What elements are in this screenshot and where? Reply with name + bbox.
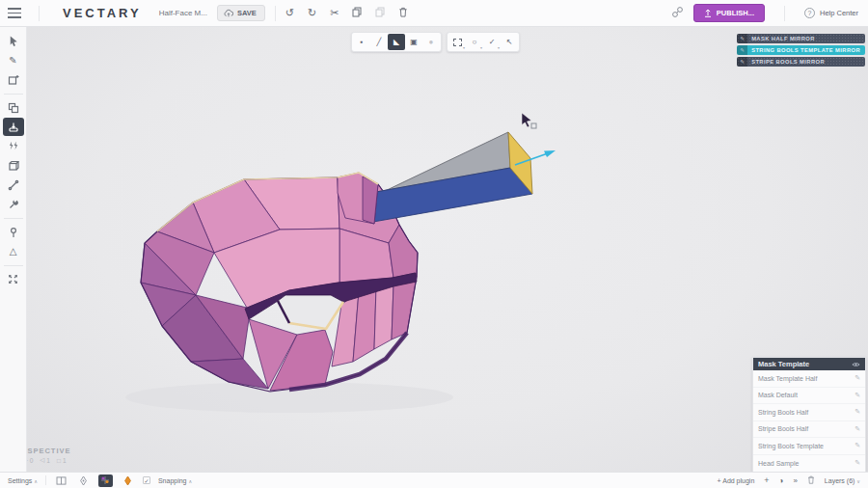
- add-layer-icon[interactable]: +: [764, 475, 769, 485]
- divider: [275, 6, 276, 21]
- mouse-cursor: [522, 113, 536, 128]
- material-pin-tool[interactable]: [3, 223, 24, 241]
- layer-row[interactable]: Mask Template Half✎: [753, 370, 865, 388]
- badge-mask-half-mirror[interactable]: ✎ MASK HALF MIRROR: [737, 34, 865, 43]
- lasso-select-tool[interactable]: ○▾: [466, 34, 483, 50]
- boolean-tool[interactable]: [3, 98, 24, 117]
- marquee-icon: [453, 39, 462, 46]
- badge-stripe-bools-mirror[interactable]: ✎ STRIPE BOOLS MIRROR: [737, 57, 865, 67]
- delete-icon[interactable]: [398, 7, 408, 19]
- nib-outline-icon[interactable]: [76, 474, 91, 487]
- stat-objects: □1: [57, 456, 67, 464]
- bottom-right-group: + Add plugin + ◑ » Layers (6) ∨: [718, 475, 860, 485]
- divider: [784, 6, 785, 21]
- mode-face[interactable]: ◣: [388, 34, 405, 50]
- publish-button[interactable]: PUBLISH...: [693, 4, 765, 22]
- document-title[interactable]: Half-Face M...: [159, 9, 207, 17]
- edit-pencil-icon[interactable]: ✎: [854, 408, 860, 416]
- settings-dropdown[interactable]: Settings ∧: [8, 477, 38, 484]
- pen-tool[interactable]: ✎: [3, 51, 24, 69]
- share-link-icon[interactable]: [671, 5, 684, 22]
- layer-row[interactable]: Stripe Bools Half✎: [753, 421, 865, 439]
- adjust-wrench-tool[interactable]: [3, 195, 24, 213]
- edit-pencil-icon[interactable]: ✎: [737, 34, 747, 43]
- menu-icon[interactable]: [0, 0, 29, 27]
- primitive-box-tool[interactable]: [3, 156, 24, 175]
- edit-actions: ↺ ↻ ✂: [285, 7, 409, 19]
- modifier-badges: ✎ MASK HALF MIRROR ✎ STRING BOOLS TEMPLA…: [737, 34, 865, 67]
- undo-icon[interactable]: ↺: [285, 8, 294, 18]
- bottom-left-group: Settings ∧ ✓ Snapping ∧: [8, 474, 192, 487]
- extruded-prism[interactable]: [361, 132, 532, 222]
- sculpt-tool[interactable]: [3, 118, 24, 136]
- top-header: VECTARY Half-Face M... SAVE ↺ ↻ ✂ PUBLIS…: [0, 0, 868, 27]
- snap-mode-icon[interactable]: [98, 474, 113, 487]
- divider: [45, 475, 46, 485]
- trash-icon[interactable]: [807, 475, 815, 485]
- bottom-bar: Settings ∧ ✓ Snapping ∧ + Add plugin + ◑…: [0, 472, 868, 488]
- edit-pencil-icon[interactable]: ✎: [854, 442, 860, 449]
- export-icon[interactable]: »: [793, 476, 797, 485]
- mode-edge[interactable]: ╱: [370, 34, 388, 50]
- 3d-viewport[interactable]: [27, 27, 868, 472]
- split-view-icon[interactable]: [54, 474, 68, 487]
- layers-dropdown[interactable]: Layers (6) ∨: [825, 477, 860, 484]
- face-stat-icon: ◁: [40, 456, 44, 464]
- measure-tool[interactable]: [3, 176, 24, 194]
- mode-vertex[interactable]: ▪: [353, 34, 370, 50]
- divider: [4, 94, 23, 95]
- badge-string-bools-template-mirror[interactable]: ✎ STRING BOOLS TEMPLATE MIRROR: [737, 45, 865, 55]
- paste-icon[interactable]: [375, 7, 385, 19]
- fit-view-tool[interactable]: [3, 270, 24, 288]
- cloud-upload-icon: [224, 9, 233, 17]
- paint-select-tool[interactable]: ✓▾: [483, 34, 501, 50]
- layer-row[interactable]: String Bools Template✎: [753, 438, 865, 455]
- edit-pencil-icon[interactable]: ✎: [737, 57, 747, 67]
- edit-pencil-icon[interactable]: ✎: [854, 425, 860, 433]
- save-button[interactable]: SAVE: [217, 5, 265, 21]
- divider: [39, 6, 40, 21]
- object-stat-icon: □: [57, 457, 61, 464]
- divider: [4, 218, 23, 219]
- edit-pencil-icon[interactable]: ✎: [854, 374, 860, 382]
- layer-row[interactable]: Head Sample✎: [753, 455, 865, 473]
- header-right: PUBLISH... ? Help Center: [671, 4, 868, 22]
- divider: [4, 265, 23, 266]
- layer-row[interactable]: String Bools Half✎: [753, 404, 865, 421]
- mode-object[interactable]: ▣: [405, 34, 422, 50]
- snapping-dropdown[interactable]: Snapping ∧: [158, 477, 192, 484]
- eye-icon[interactable]: [852, 362, 860, 367]
- vectary-app: { "header": { "brand": "VECTARY", "docum…: [0, 0, 868, 488]
- marquee-select-tool[interactable]: ▾: [448, 34, 466, 50]
- stat-faces: ◁1: [40, 456, 50, 464]
- add-object-tool[interactable]: [3, 70, 24, 89]
- selection-toolbar: ▪ ╱ ◣ ▣ ● ▾ ○▾ ✓▾ ↖: [351, 32, 520, 52]
- help-icon: ?: [804, 8, 815, 18]
- selection-tool-group: ▾ ○▾ ✓▾ ↖: [447, 32, 520, 52]
- layers-panel-header[interactable]: Mask Template: [753, 358, 865, 370]
- redo-icon[interactable]: ↻: [308, 8, 316, 18]
- edit-pencil-icon[interactable]: ✎: [854, 459, 860, 467]
- select-tool[interactable]: [3, 32, 24, 50]
- cone-tool[interactable]: △: [3, 242, 24, 260]
- layer-row[interactable]: Mask Default✎: [753, 388, 865, 405]
- snap-move-tool[interactable]: ↖: [501, 34, 518, 50]
- add-plugin-button[interactable]: + Add plugin: [718, 477, 755, 484]
- nib-filled-icon[interactable]: [121, 474, 135, 487]
- layers-panel: Mask Template Mask Template Half✎ Mask D…: [752, 357, 866, 488]
- edit-pencil-icon[interactable]: ✎: [854, 392, 860, 399]
- copy-icon[interactable]: [352, 7, 362, 19]
- mode-center[interactable]: ●: [422, 34, 440, 50]
- eye-hole: [278, 295, 343, 329]
- help-center-button[interactable]: ? Help Center: [804, 8, 858, 18]
- subdivide-tool[interactable]: [3, 137, 24, 155]
- upload-icon: [704, 9, 712, 17]
- scene-canvas: [27, 27, 868, 472]
- selection-mode-group: ▪ ╱ ◣ ▣ ●: [351, 32, 442, 52]
- left-toolbar: ✎ △: [0, 27, 27, 472]
- cut-icon[interactable]: ✂: [330, 8, 339, 18]
- sphere-icon[interactable]: ◑: [779, 476, 784, 485]
- snapping-checkbox[interactable]: ✓: [143, 476, 150, 484]
- brand-logo: VECTARY: [49, 6, 159, 20]
- edit-pencil-icon[interactable]: ✎: [737, 45, 747, 55]
